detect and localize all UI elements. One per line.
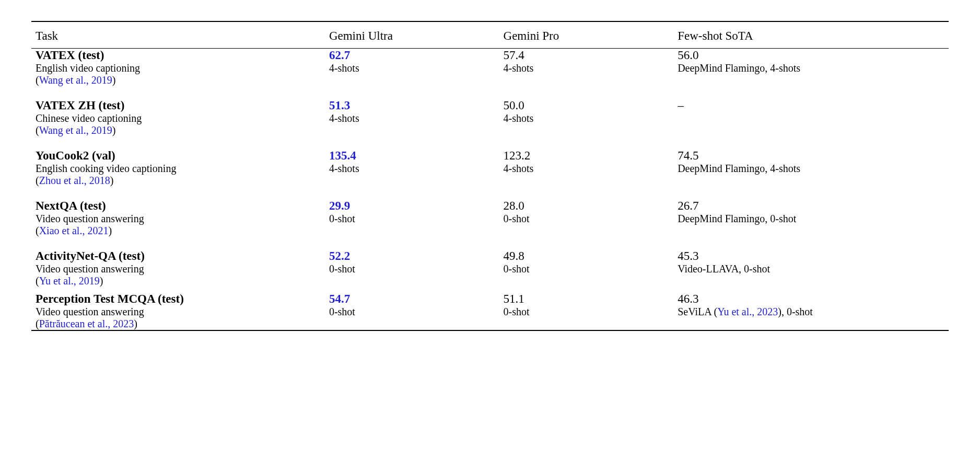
ultra-sub: 4-shots (325, 62, 499, 74)
table-row: English cooking video captioning4-shots4… (31, 163, 949, 175)
sota-sub: Video-LLAVA, 0-shot (673, 263, 949, 275)
table-row: (Yu et al., 2019) (31, 275, 949, 287)
spacer-row (31, 187, 949, 199)
task-citation: (Zhou et al., 2018) (31, 175, 325, 187)
citation-link[interactable]: Wang et al., 2019 (39, 124, 112, 136)
spacer-row (31, 237, 949, 249)
results-table: Task Gemini Ultra Gemini Pro Few-shot So… (31, 21, 949, 331)
ultra-value: 135.4 (325, 149, 499, 163)
table-row: NextQA (test)29.928.026.7 (31, 199, 949, 213)
pro-sub: 4-shots (499, 62, 674, 74)
table-row: (Wang et al., 2019) (31, 124, 949, 136)
sota-value: 26.7 (673, 199, 949, 213)
pro-sub: 4-shots (499, 163, 674, 175)
pro-value: 57.4 (499, 49, 674, 63)
task-citation: (Wang et al., 2019) (31, 124, 325, 136)
table-row: ActivityNet-QA (test)52.249.845.3 (31, 249, 949, 263)
ultra-value: 52.2 (325, 249, 499, 263)
task-name: VATEX ZH (test) (31, 99, 325, 112)
pro-value: 51.1 (499, 292, 674, 306)
citation-link[interactable]: Yu et al., 2019 (39, 275, 100, 287)
table-row: (Xiao et al., 2021) (31, 225, 949, 237)
citation-link[interactable]: Zhou et al., 2018 (39, 175, 110, 186)
table-row: Video question answering0-shot0-shotDeep… (31, 213, 949, 225)
header-pro: Gemini Pro (499, 21, 674, 49)
sota-sub: SeViLA (Yu et al., 2023), 0-shot (673, 306, 949, 318)
pro-sub: 0-shot (499, 213, 674, 225)
sota-value: 56.0 (673, 49, 949, 63)
ultra-value: 54.7 (325, 292, 499, 306)
task-description: Video question answering (31, 213, 325, 225)
pro-sub: 4-shots (499, 112, 674, 124)
pro-sub: 0-shot (499, 263, 674, 275)
sota-sub (673, 112, 949, 124)
ultra-sub: 0-shot (325, 263, 499, 275)
task-description: English video captioning (31, 62, 325, 74)
task-citation: (Pătrăucean et al., 2023) (31, 318, 325, 330)
task-name: YouCook2 (val) (31, 149, 325, 163)
ultra-value: 62.7 (325, 49, 499, 63)
pro-value: 123.2 (499, 149, 674, 163)
sota-sub: DeepMind Flamingo, 0-shot (673, 213, 949, 225)
spacer-row (31, 86, 949, 99)
citation-link[interactable]: Wang et al., 2019 (39, 74, 112, 86)
ultra-sub: 4-shots (325, 163, 499, 175)
table-row: (Pătrăucean et al., 2023) (31, 318, 949, 330)
pro-value: 28.0 (499, 199, 674, 213)
table-row: (Zhou et al., 2018) (31, 175, 949, 187)
sota-value: – (673, 99, 949, 112)
task-citation: (Xiao et al., 2021) (31, 225, 325, 237)
table-row: VATEX ZH (test)51.350.0– (31, 99, 949, 112)
pro-sub: 0-shot (499, 306, 674, 318)
spacer-row (31, 136, 949, 149)
table-row: VATEX (test)62.757.456.0 (31, 49, 949, 63)
table-row: English video captioning4-shots4-shotsDe… (31, 62, 949, 74)
table-row: Chinese video captioning4-shots4-shots (31, 112, 949, 124)
pro-value: 50.0 (499, 99, 674, 112)
table-body: VATEX (test)62.757.456.0English video ca… (31, 49, 949, 331)
task-citation: (Wang et al., 2019) (31, 74, 325, 86)
ultra-sub: 0-shot (325, 213, 499, 225)
task-name: NextQA (test) (31, 199, 325, 213)
table-row: Video question answering0-shot0-shotSeVi… (31, 306, 949, 318)
header-ultra: Gemini Ultra (325, 21, 499, 49)
ultra-sub: 4-shots (325, 112, 499, 124)
sota-sub: DeepMind Flamingo, 4-shots (673, 163, 949, 175)
table-header-row: Task Gemini Ultra Gemini Pro Few-shot So… (31, 21, 949, 49)
sota-value: 45.3 (673, 249, 949, 263)
task-description: English cooking video captioning (31, 163, 325, 175)
table-row: (Wang et al., 2019) (31, 74, 949, 86)
task-name: ActivityNet-QA (test) (31, 249, 325, 263)
table-row: YouCook2 (val)135.4123.274.5 (31, 149, 949, 163)
task-name: VATEX (test) (31, 49, 325, 63)
citation-link[interactable]: Xiao et al., 2021 (39, 225, 109, 236)
ultra-value: 29.9 (325, 199, 499, 213)
ultra-value: 51.3 (325, 99, 499, 112)
sota-value: 74.5 (673, 149, 949, 163)
task-citation: (Yu et al., 2019) (31, 275, 325, 287)
header-task: Task (31, 21, 325, 49)
table-row: Video question answering0-shot0-shotVide… (31, 263, 949, 275)
task-description: Video question answering (31, 306, 325, 318)
ultra-sub: 0-shot (325, 306, 499, 318)
sota-value: 46.3 (673, 292, 949, 306)
task-description: Chinese video captioning (31, 112, 325, 124)
header-sota: Few-shot SoTA (673, 21, 949, 49)
task-name: Perception Test MCQA (test) (31, 292, 325, 306)
sota-sub: DeepMind Flamingo, 4-shots (673, 62, 949, 74)
citation-link[interactable]: Pătrăucean et al., 2023 (39, 318, 134, 329)
spacer-row (31, 287, 949, 292)
table-row: Perception Test MCQA (test)54.751.146.3 (31, 292, 949, 306)
pro-value: 49.8 (499, 249, 674, 263)
task-description: Video question answering (31, 263, 325, 275)
citation-link[interactable]: Yu et al., 2023 (717, 306, 778, 317)
